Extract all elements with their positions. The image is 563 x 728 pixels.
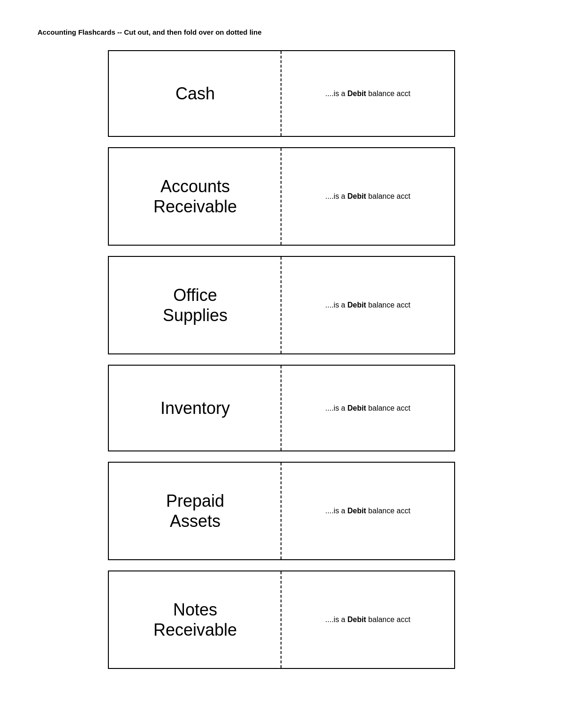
flashcard-front-notes-receivable: NotesReceivable	[109, 571, 282, 668]
flashcard-front-cash: Cash	[109, 51, 282, 136]
flashcard-front-office-supplies: OfficeSupplies	[109, 257, 282, 353]
flashcard-front-text-prepaid-assets: PrepaidAssets	[166, 491, 224, 531]
flashcard-office-supplies: OfficeSupplies....is a Debit balance acc…	[108, 256, 455, 354]
flashcard-front-inventory: Inventory	[109, 366, 282, 450]
flashcard-back-cash: ....is a Debit balance acct	[282, 51, 454, 136]
flashcard-back-bold-office-supplies: Debit	[347, 301, 366, 309]
flashcard-back-text-notes-receivable: ....is a Debit balance acct	[325, 615, 410, 624]
flashcard-back-text-prepaid-assets: ....is a Debit balance acct	[325, 507, 410, 515]
flashcard-back-accounts-receivable: ....is a Debit balance acct	[282, 148, 454, 245]
flashcard-prepaid-assets: PrepaidAssets....is a Debit balance acct	[108, 462, 455, 560]
flashcard-front-accounts-receivable: AccountsReceivable	[109, 148, 282, 245]
flashcard-back-office-supplies: ....is a Debit balance acct	[282, 257, 454, 353]
flashcard-cash: Cash....is a Debit balance acct	[108, 50, 455, 137]
flashcard-back-notes-receivable: ....is a Debit balance acct	[282, 571, 454, 668]
flashcard-back-prepaid-assets: ....is a Debit balance acct	[282, 463, 454, 559]
flashcard-notes-receivable: NotesReceivable....is a Debit balance ac…	[108, 570, 455, 669]
page-instruction: Accounting Flashcards -- Cut out, and th…	[38, 28, 525, 36]
flashcard-back-text-accounts-receivable: ....is a Debit balance acct	[325, 192, 410, 201]
flashcard-back-bold-cash: Debit	[347, 90, 366, 98]
flashcard-front-text-accounts-receivable: AccountsReceivable	[153, 176, 237, 217]
flashcard-back-text-cash: ....is a Debit balance acct	[325, 90, 410, 98]
flashcard-front-text-cash: Cash	[175, 83, 215, 104]
flashcard-back-inventory: ....is a Debit balance acct	[282, 366, 454, 450]
flashcard-back-bold-inventory: Debit	[347, 404, 366, 412]
flashcard-back-bold-prepaid-assets: Debit	[347, 507, 366, 515]
flashcards-container: Cash....is a Debit balance acctAccountsR…	[38, 50, 525, 669]
flashcard-back-bold-accounts-receivable: Debit	[347, 192, 366, 200]
flashcard-back-bold-notes-receivable: Debit	[347, 615, 366, 623]
flashcard-front-text-inventory: Inventory	[160, 398, 230, 418]
flashcard-front-prepaid-assets: PrepaidAssets	[109, 463, 282, 559]
flashcard-back-text-inventory: ....is a Debit balance acct	[325, 404, 410, 413]
flashcard-front-text-office-supplies: OfficeSupplies	[163, 285, 228, 325]
flashcard-back-text-office-supplies: ....is a Debit balance acct	[325, 301, 410, 309]
flashcard-accounts-receivable: AccountsReceivable....is a Debit balance…	[108, 147, 455, 246]
flashcard-inventory: Inventory....is a Debit balance acct	[108, 365, 455, 451]
flashcard-front-text-notes-receivable: NotesReceivable	[153, 600, 237, 640]
